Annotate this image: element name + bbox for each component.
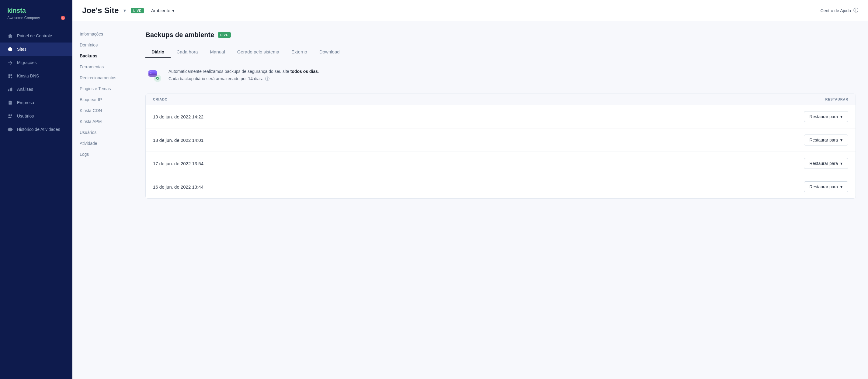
main-content: Backups de ambiente LIVE Diário Cada hor… <box>133 21 868 379</box>
backup-date-1: 19 de jun. de 2022 14:22 <box>153 114 204 119</box>
sidebar-item-historico[interactable]: Histórico de Atividades <box>0 123 72 136</box>
table-header: CRIADO RESTAURAR <box>146 94 856 105</box>
page-live-badge: LIVE <box>218 32 230 38</box>
sidebar-item-label-sites: Sites <box>17 47 27 51</box>
backup-date-4: 16 de jun. de 2022 13:44 <box>153 184 204 190</box>
dns-icon <box>7 73 13 79</box>
globe-icon <box>7 46 13 52</box>
sub-nav-item-kinsta-cdn[interactable]: Kinsta CDN <box>72 105 133 116</box>
tab-externo[interactable]: Externo <box>285 46 313 58</box>
ambiente-chevron-icon: ▾ <box>172 8 175 13</box>
ambiente-button[interactable]: Ambiente ▾ <box>149 7 177 14</box>
tab-download[interactable]: Download <box>313 46 346 58</box>
restore-button-2[interactable]: Restaurar para ▾ <box>804 135 848 145</box>
info-help-icon[interactable]: ⓘ <box>265 76 270 81</box>
info-text: Automaticamente realizamos backups de se… <box>168 68 319 82</box>
restore-label-3: Restaurar para <box>810 161 838 166</box>
backup-tabs: Diário Cada hora Manual Gerado pelo sist… <box>145 46 856 58</box>
sub-nav-item-kinsta-apm[interactable]: Kinsta APM <box>72 116 133 127</box>
backup-svg-icon <box>146 67 162 83</box>
sub-nav-item-atividade[interactable]: Atividade <box>72 138 133 149</box>
topbar: Joe's Site ▾ LIVE Ambiente ▾ Centro de A… <box>72 0 868 21</box>
table-row: 19 de jun. de 2022 14:22 Restaurar para … <box>146 105 856 129</box>
info-line-1: Automaticamente realizamos backups de se… <box>168 68 319 75</box>
page-title: Backups de ambiente <box>145 31 214 39</box>
content-area: Informações Domínios Backups Ferramentas… <box>72 21 868 379</box>
info-icon: ⓘ <box>854 7 858 14</box>
table-row: 16 de jun. de 2022 13:44 Restaurar para … <box>146 175 856 198</box>
info-text-end: . <box>318 69 319 74</box>
table-row: 17 de jun. de 2022 13:54 Restaurar para … <box>146 152 856 175</box>
sidebar-item-label-empresa: Empresa <box>17 100 34 105</box>
sub-nav-item-informacoes[interactable]: Informações <box>72 29 133 39</box>
users-icon <box>7 113 13 119</box>
info-text-start: Automaticamente realizamos backups de se… <box>168 69 290 74</box>
help-center-link[interactable]: Centro de Ajuda ⓘ <box>820 7 858 14</box>
restore-label-2: Restaurar para <box>810 138 838 142</box>
sidebar-item-label-analises: Análises <box>17 87 33 92</box>
restore-label-1: Restaurar para <box>810 114 838 119</box>
tab-cada-hora[interactable]: Cada hora <box>170 46 204 58</box>
tab-diario[interactable]: Diário <box>145 46 170 58</box>
restore-button-4[interactable]: Restaurar para ▾ <box>804 181 848 192</box>
sub-nav-item-plugins-temas[interactable]: Plugins e Temas <box>72 83 133 94</box>
backup-icon <box>145 67 162 84</box>
sub-nav-item-ferramentas[interactable]: Ferramentas <box>72 61 133 72</box>
table-row: 18 de jun. de 2022 14:01 Restaurar para … <box>146 129 856 152</box>
tab-manual[interactable]: Manual <box>204 46 231 58</box>
svg-point-6 <box>150 71 151 72</box>
restore-chevron-icon-3: ▾ <box>840 161 842 166</box>
eye-icon <box>7 127 13 132</box>
table-header-restore: RESTAURAR <box>826 98 848 101</box>
sub-nav-item-redirecionamentos[interactable]: Redirecionamentos <box>72 72 133 83</box>
backup-table: CRIADO RESTAURAR 19 de jun. de 2022 14:2… <box>145 94 856 199</box>
svg-point-5 <box>154 75 161 82</box>
restore-chevron-icon-1: ▾ <box>840 114 842 119</box>
page-header: Backups de ambiente LIVE <box>145 31 856 39</box>
backup-date-3: 17 de jun. de 2022 13:54 <box>153 161 204 166</box>
sub-nav-item-bloquear-ip[interactable]: Bloquear IP <box>72 94 133 105</box>
tab-gerado-sistema[interactable]: Gerado pelo sistema <box>231 46 285 58</box>
sub-nav-item-backups[interactable]: Backups <box>72 50 133 61</box>
sub-nav-item-usuarios[interactable]: Usuários <box>72 127 133 138</box>
ambiente-label: Ambiente <box>151 8 170 13</box>
company-row: Awesome Company 1 <box>7 16 65 20</box>
sidebar-item-label-usuarios: Usuários <box>17 113 34 118</box>
building-icon <box>7 100 13 105</box>
restore-chevron-icon-2: ▾ <box>840 138 842 142</box>
sidebar-item-label-painel: Painel de Controle <box>17 33 52 38</box>
sidebar-item-migracoes[interactable]: Migrações <box>0 56 72 69</box>
sidebar-item-empresa[interactable]: Empresa <box>0 96 72 109</box>
sidebar-item-analises[interactable]: Análises <box>0 82 72 96</box>
backup-date-2: 18 de jun. de 2022 14:01 <box>153 138 204 143</box>
sidebar-item-painel[interactable]: Painel de Controle <box>0 29 72 42</box>
restore-label-4: Restaurar para <box>810 184 838 189</box>
sidebar-item-label-historico: Histórico de Atividades <box>17 127 60 132</box>
sub-nav: Informações Domínios Backups Ferramentas… <box>72 21 133 379</box>
chevron-down-icon[interactable]: ▾ <box>123 8 126 13</box>
sidebar-item-sites[interactable]: Sites <box>0 42 72 56</box>
restore-button-1[interactable]: Restaurar para ▾ <box>804 111 848 122</box>
table-header-created: CRIADO <box>153 98 167 101</box>
kinsta-logo: kinsta <box>7 7 65 14</box>
sidebar-item-kinsta-dns[interactable]: Kinsta DNS <box>0 69 72 82</box>
restore-chevron-icon-4: ▾ <box>840 184 842 189</box>
info-line-2: Cada backup diário será armazenado por 1… <box>168 75 319 82</box>
arrow-right-icon <box>7 60 13 65</box>
notification-badge[interactable]: 1 <box>61 16 65 20</box>
sidebar-item-usuarios[interactable]: Usuários <box>0 109 72 123</box>
main-area: Joe's Site ▾ LIVE Ambiente ▾ Centro de A… <box>72 0 868 379</box>
restore-button-3[interactable]: Restaurar para ▾ <box>804 158 848 169</box>
live-badge: LIVE <box>131 8 144 13</box>
svg-point-7 <box>150 73 151 74</box>
chart-icon <box>7 87 13 92</box>
sub-nav-item-dominios[interactable]: Domínios <box>72 39 133 50</box>
sidebar-item-label-migracoes: Migrações <box>17 60 37 65</box>
company-name: Awesome Company <box>7 16 40 20</box>
help-center-label: Centro de Ajuda <box>820 8 851 13</box>
info-storage-text: Cada backup diário será armazenado por 1… <box>168 76 263 81</box>
sidebar-logo-area: kinsta Awesome Company 1 <box>0 0 72 24</box>
sidebar-nav: Painel de Controle Sites Migrações Kinst… <box>0 29 72 136</box>
home-icon <box>7 33 13 39</box>
sub-nav-item-logs[interactable]: Logs <box>72 149 133 160</box>
